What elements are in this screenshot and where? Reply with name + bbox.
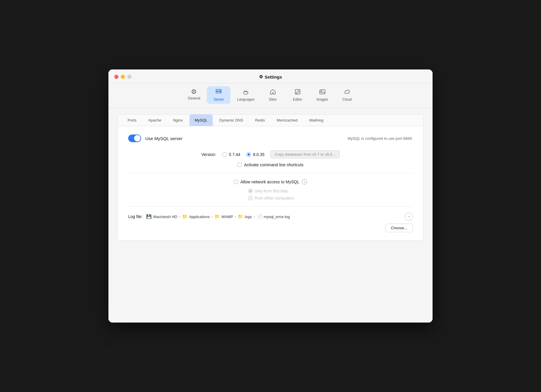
subtab-mailhog[interactable]: MailHog — [304, 114, 329, 126]
window-title: ⚙ Settings — [259, 74, 282, 79]
network-other-label: from other computers — [255, 196, 294, 200]
path-item-applications: 📁 Applications — [182, 214, 210, 219]
info-icon[interactable]: i — [302, 179, 307, 185]
version-text-2: 8.0.35 — [253, 152, 265, 157]
network-sub-mac[interactable]: only from this Mac — [248, 189, 294, 193]
applications-icon: 📁 — [182, 214, 188, 219]
path-item-logfile: 📄 mysql_error.log — [257, 214, 290, 219]
version-row: Version: 5.7.44 8.0.35 Copy databases fr… — [201, 150, 340, 158]
network-sub-other[interactable]: from other computers — [248, 196, 294, 200]
version-label: Version: — [201, 152, 216, 157]
path-item-logs: 📁 logs — [238, 214, 252, 219]
network-radio-mac[interactable] — [248, 189, 253, 193]
version-radio-1[interactable] — [222, 152, 227, 157]
toolbar-item-languages[interactable]: Languages — [232, 86, 260, 104]
version-text-1: 5.7.44 — [229, 152, 240, 157]
main-content: Ports Apache Nginx MySQL Dynamic DNS Red… — [108, 108, 433, 323]
svg-point-3 — [220, 92, 221, 93]
divider-2 — [128, 206, 413, 207]
mamp-name: MAMP — [222, 215, 233, 219]
toolbar-item-server[interactable]: Server — [207, 86, 230, 104]
images-label: Images — [316, 97, 328, 102]
subtab-mysql[interactable]: MySQL — [189, 114, 213, 126]
subtab-redis[interactable]: Redis — [250, 114, 270, 126]
logfile-top: Log file: 💾 Macintosh HD › 📁 Application… — [128, 212, 413, 221]
subtab-ports[interactable]: Ports — [122, 114, 142, 126]
navigate-button[interactable]: → — [405, 212, 413, 221]
version-section: Version: 5.7.44 8.0.35 Copy databases fr… — [128, 150, 413, 167]
network-access-checkbox[interactable] — [234, 180, 238, 184]
subtab-apache[interactable]: Apache — [143, 114, 166, 126]
hd-name: Macintosh HD — [153, 215, 177, 219]
sep-1: › — [179, 215, 180, 219]
maximize-button[interactable] — [127, 75, 131, 79]
languages-label: Languages — [237, 97, 254, 102]
logs-name: logs — [245, 215, 252, 219]
toolbar: ⚙ General Server Languages — [108, 83, 433, 108]
subtabs: Ports Apache Nginx MySQL Dynamic DNS Red… — [118, 114, 423, 126]
path-item-hd: 💾 Macintosh HD — [146, 214, 177, 219]
settings-icon: ⚙ — [259, 74, 263, 79]
logfile-icon: 📄 — [257, 214, 262, 219]
toolbar-item-cloud[interactable]: Cloud — [335, 86, 359, 104]
svg-rect-6 — [320, 90, 325, 94]
subtab-memcached[interactable]: Memcached — [271, 114, 303, 126]
network-section: Allow network access to MySQL i only fro… — [128, 179, 413, 200]
logfile-path: 💾 Macintosh HD › 📁 Applications › 📁 — [146, 214, 401, 219]
editor-label: Editor — [293, 97, 302, 102]
network-sub-options: only from this Mac from other computers — [248, 189, 294, 200]
version-radio-2[interactable] — [246, 152, 251, 157]
applications-name: Applications — [189, 215, 210, 219]
network-radio-other[interactable] — [248, 196, 253, 200]
toolbar-item-images[interactable]: Images — [311, 86, 334, 104]
sep-4: › — [254, 215, 255, 219]
sites-label: Sites — [269, 97, 277, 102]
window-controls — [114, 75, 131, 79]
activate-shortcuts-row[interactable]: Activate command line shortcuts — [237, 162, 304, 167]
mysql-toggle[interactable] — [128, 134, 141, 142]
svg-point-2 — [220, 90, 221, 91]
images-icon — [319, 89, 326, 96]
editor-icon — [294, 89, 301, 96]
cloud-label: Cloud — [342, 97, 352, 102]
hd-icon: 💾 — [146, 214, 152, 219]
toolbar-item-editor[interactable]: Editor — [286, 86, 309, 104]
network-access-label: Allow network access to MySQL — [240, 180, 299, 184]
general-label: General — [188, 96, 200, 100]
toolbar-item-general[interactable]: ⚙ General — [182, 86, 206, 104]
version-option-2[interactable]: 8.0.35 — [246, 152, 265, 157]
network-main-row: Allow network access to MySQL i — [234, 179, 307, 185]
server-icon — [215, 89, 222, 96]
logfile-name: mysql_error.log — [264, 215, 290, 219]
sites-icon — [270, 89, 276, 96]
activate-shortcuts-label: Activate command line shortcuts — [244, 162, 304, 167]
minimize-button[interactable] — [121, 75, 125, 79]
languages-icon — [243, 89, 249, 96]
mysql-toggle-label: Use MySQL server — [145, 136, 182, 141]
copy-databases-button[interactable]: Copy databases from v5.7 to v8.0... — [270, 150, 340, 158]
logfile-section: Log file: 💾 Macintosh HD › 📁 Application… — [128, 212, 413, 232]
cloud-icon — [344, 89, 350, 96]
logs-icon: 📁 — [238, 214, 243, 219]
panel-body: Use MySQL server MySQL is configured to … — [118, 126, 423, 240]
toggle-left: Use MySQL server — [128, 134, 182, 142]
settings-window: ⚙ Settings ⚙ General Server — [108, 69, 433, 323]
network-mac-label: only from this Mac — [255, 189, 288, 193]
choose-button[interactable]: Choose... — [385, 224, 413, 232]
server-label: Server — [214, 97, 224, 102]
close-button[interactable] — [114, 75, 118, 79]
subtab-dynamic-dns[interactable]: Dynamic DNS — [214, 114, 249, 126]
settings-panel: Ports Apache Nginx MySQL Dynamic DNS Red… — [117, 114, 424, 241]
activate-shortcuts-checkbox[interactable] — [237, 163, 242, 167]
version-option-1[interactable]: 5.7.44 — [222, 152, 240, 157]
logfile-label: Log file: — [128, 214, 143, 219]
sep-2: › — [212, 215, 213, 219]
port-info: MySQL is configured to use port 8889. — [348, 136, 413, 141]
divider-1 — [128, 173, 413, 173]
general-icon: ⚙ — [191, 89, 197, 95]
toolbar-item-sites[interactable]: Sites — [261, 86, 285, 104]
subtab-nginx[interactable]: Nginx — [168, 114, 188, 126]
titlebar: ⚙ Settings — [108, 69, 433, 83]
sep-3: › — [235, 215, 236, 219]
mamp-icon: 📁 — [215, 214, 220, 219]
